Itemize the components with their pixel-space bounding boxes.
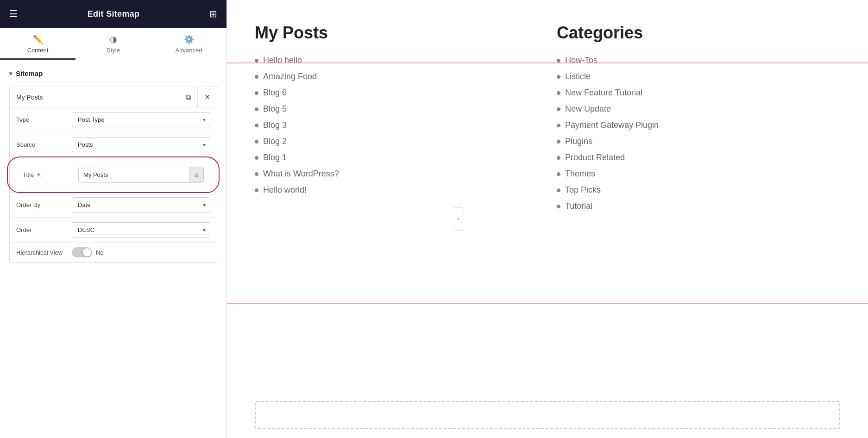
item-card: My Posts ⧉ ✕ Type Post Type Taxonomy Cus… xyxy=(9,87,217,263)
dashed-drop-area xyxy=(255,401,840,429)
list-item: Blog 5 xyxy=(255,104,538,114)
order-by-label: Order By xyxy=(16,201,72,208)
list-item: Blog 3 xyxy=(255,120,538,130)
source-select[interactable]: Posts Pages Custom Post Type xyxy=(72,137,210,152)
tab-style[interactable]: ◑ Style xyxy=(75,28,151,60)
hierarchical-view-toggle[interactable] xyxy=(72,247,92,257)
order-by-select[interactable]: Date Title Author Modified xyxy=(72,197,210,213)
list-item: What is WordPress? xyxy=(255,169,538,179)
pink-line-top xyxy=(227,63,868,63)
list-item: Themes xyxy=(557,169,840,179)
list-item: Payment Gateway Plugin xyxy=(557,120,840,130)
close-button[interactable]: ✕ xyxy=(197,87,217,107)
tab-bar: ✏️ Content ◑ Style ⚙️ Advanced xyxy=(0,28,226,60)
pencil-icon: ✏️ xyxy=(33,34,43,44)
bullet-icon xyxy=(557,156,560,160)
list-item: Plugins xyxy=(557,137,840,146)
order-by-select-wrapper: Date Title Author Modified ▾ xyxy=(72,197,210,213)
bullet-icon xyxy=(255,124,258,127)
title-control: ≡ xyxy=(78,167,204,183)
grid-icon[interactable]: ⊞ xyxy=(209,8,217,19)
bullet-icon xyxy=(255,188,258,192)
type-row: Type Post Type Taxonomy Custom ▾ xyxy=(10,107,217,132)
bullet-icon xyxy=(255,75,258,79)
item-card-header: My Posts ⧉ ✕ xyxy=(10,87,217,107)
pink-line-bottom xyxy=(227,303,868,304)
sitemap-grid: My Posts Hello hello Amazing Food Blog 6… xyxy=(255,19,840,218)
bullet-icon xyxy=(255,172,258,176)
left-panel: ☰ Edit Sitemap ⊞ ✏️ Content ◑ Style ⚙️ A… xyxy=(0,0,227,438)
right-panel: ‹ My Posts Hello hello Amazing Food Blog… xyxy=(227,0,868,438)
categories-column-title: Categories xyxy=(557,23,840,43)
order-control: DESC ASC ▾ xyxy=(72,222,210,238)
item-card-actions: ⧉ ✕ xyxy=(179,87,217,107)
database-icon[interactable]: ≡ xyxy=(189,167,203,182)
order-by-control: Date Title Author Modified ▾ xyxy=(72,197,210,213)
list-item: Tutorial xyxy=(557,201,840,211)
item-card-label: My Posts xyxy=(10,88,179,106)
source-row: Source Posts Pages Custom Post Type ▾ xyxy=(10,132,217,157)
bullet-icon xyxy=(557,91,560,95)
type-select[interactable]: Post Type Taxonomy Custom xyxy=(72,112,210,127)
type-control: Post Type Taxonomy Custom ▾ xyxy=(72,112,210,127)
bullet-icon xyxy=(557,140,560,144)
order-row: Order DESC ASC ▾ xyxy=(10,218,217,243)
list-item: Hello world! xyxy=(255,185,538,195)
list-item: Blog 6 xyxy=(255,88,538,98)
bullet-icon xyxy=(255,59,258,63)
list-item: Blog 1 xyxy=(255,153,538,163)
tab-advanced-label: Advanced xyxy=(176,47,202,54)
list-item: Listicle xyxy=(557,72,840,81)
tab-advanced[interactable]: ⚙️ Advanced xyxy=(151,28,226,60)
collapse-handle[interactable]: ‹ xyxy=(454,207,464,231)
list-item: Blog 2 xyxy=(255,137,538,146)
hierarchical-view-label: Hierarchical View xyxy=(16,249,72,256)
list-item: How-Tos xyxy=(557,56,840,65)
source-control: Posts Pages Custom Post Type ▾ xyxy=(72,137,210,152)
posts-column-title: My Posts xyxy=(255,23,538,43)
list-item: Hello hello xyxy=(255,56,538,65)
bullet-icon xyxy=(557,59,560,63)
toggle-state-label: No xyxy=(96,249,104,256)
duplicate-button[interactable]: ⧉ xyxy=(179,87,197,107)
hamburger-icon[interactable]: ☰ xyxy=(9,8,18,19)
bullet-icon xyxy=(255,91,258,95)
toggle-wrapper: No xyxy=(72,247,210,257)
order-label: Order xyxy=(16,226,72,233)
bullet-icon xyxy=(557,205,560,208)
tab-content[interactable]: ✏️ Content xyxy=(0,28,75,60)
categories-list: How-Tos Listicle New Feature Tutorial Ne… xyxy=(557,56,840,211)
order-by-row: Order By Date Title Author Modified ▾ xyxy=(10,193,217,218)
style-icon: ◑ xyxy=(110,34,117,44)
bullet-icon xyxy=(557,124,560,127)
bullet-icon xyxy=(255,156,258,160)
section-title: Sitemap xyxy=(16,69,43,77)
hierarchical-view-row: Hierarchical View No xyxy=(10,243,217,262)
bullet-icon xyxy=(255,107,258,111)
top-bar-title: Edit Sitemap xyxy=(88,9,140,19)
tab-content-label: Content xyxy=(27,47,49,54)
type-select-wrapper: Post Type Taxonomy Custom ▾ xyxy=(72,112,210,127)
bullet-icon xyxy=(255,140,258,144)
title-label: Title ✦: xyxy=(23,171,78,178)
title-input[interactable] xyxy=(79,168,189,182)
title-input-group: ≡ xyxy=(78,167,204,183)
toggle-thumb xyxy=(83,248,91,257)
order-select-wrapper: DESC ASC ▾ xyxy=(72,222,210,238)
sitemap-column-categories: Categories How-Tos Listicle New Feature … xyxy=(557,23,840,218)
top-bar: ☰ Edit Sitemap ⊞ xyxy=(0,0,226,28)
tab-style-label: Style xyxy=(107,47,120,54)
bullet-icon xyxy=(557,107,560,111)
sitemap-column-posts: My Posts Hello hello Amazing Food Blog 6… xyxy=(255,23,538,218)
bullet-icon xyxy=(557,188,560,192)
section-header: ▾ Sitemap xyxy=(9,69,217,77)
list-item: New Feature Tutorial xyxy=(557,88,840,98)
chevron-down-icon[interactable]: ▾ xyxy=(9,70,12,77)
order-select[interactable]: DESC ASC xyxy=(72,222,210,238)
list-item: Amazing Food xyxy=(255,72,538,81)
type-label: Type xyxy=(16,116,72,123)
posts-list: Hello hello Amazing Food Blog 6 Blog 5 B… xyxy=(255,56,538,195)
panel-content: ▾ Sitemap My Posts ⧉ ✕ Type Post Type xyxy=(0,60,226,438)
list-item: Top Picks xyxy=(557,185,840,195)
source-select-wrapper: Posts Pages Custom Post Type ▾ xyxy=(72,137,210,152)
